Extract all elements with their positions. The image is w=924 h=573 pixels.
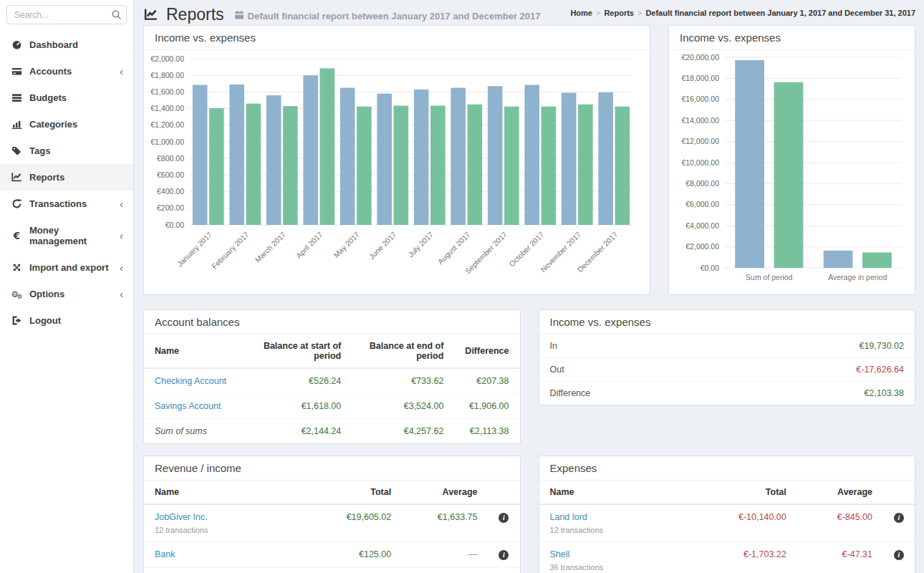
column-header: Difference bbox=[454, 334, 519, 368]
sidebar-item-label: Dashboard bbox=[29, 39, 78, 50]
panel-title: Account balances bbox=[144, 310, 520, 334]
sidebar-item-label: Import and export bbox=[29, 262, 109, 273]
info-icon[interactable]: i bbox=[894, 550, 904, 560]
entity-link[interactable]: Shell bbox=[550, 549, 570, 559]
sidebar-item-categories[interactable]: Categories bbox=[0, 111, 133, 138]
gears-icon: ⚙⚙ bbox=[11, 289, 22, 299]
sidebar-item-label: Transactions bbox=[29, 198, 87, 209]
sidebar-item-money-management[interactable]: €Money management‹ bbox=[0, 217, 133, 254]
sidebar-item-reports[interactable]: Reports bbox=[0, 164, 133, 191]
row-label: In bbox=[550, 341, 557, 351]
amount-cell: €-10,140.00 bbox=[707, 504, 797, 542]
amount-cell: €207.38 bbox=[454, 368, 519, 394]
breadcrumb-item-reports[interactable]: Reports bbox=[604, 9, 634, 17]
tasks-icon bbox=[11, 92, 22, 103]
svg-text:January 2017: January 2017 bbox=[175, 230, 214, 269]
sidebar-item-label: Logout bbox=[29, 315, 61, 326]
list-item-in: In€19,730.02 bbox=[539, 334, 915, 357]
column-header: Name bbox=[144, 334, 249, 368]
table-row: Bank€125.00—i bbox=[144, 542, 520, 568]
row-label: Out bbox=[550, 365, 564, 375]
info-icon[interactable]: i bbox=[894, 513, 904, 523]
sidebar-item-logout[interactable]: Logout bbox=[0, 307, 133, 334]
content-header: Reports Default financial report between… bbox=[135, 0, 924, 25]
page-title: Reports Default financial report between… bbox=[143, 0, 541, 26]
info-icon[interactable]: i bbox=[499, 513, 509, 523]
sidebar-item-budgets[interactable]: Budgets bbox=[0, 85, 133, 111]
chevron-left-icon: ‹ bbox=[120, 232, 123, 239]
svg-text:€1,000.00: €1,000.00 bbox=[150, 138, 184, 146]
chevron-left-icon: ‹ bbox=[120, 291, 123, 298]
sidebar-item-label: Options bbox=[29, 289, 64, 299]
svg-text:€8,000.00: €8,000.00 bbox=[685, 179, 719, 188]
column-header-empty bbox=[488, 481, 519, 504]
entity-link[interactable]: JobGiver Inc. bbox=[155, 512, 208, 522]
svg-text:July 2017: July 2017 bbox=[406, 230, 435, 259]
svg-text:Average in period: Average in period bbox=[828, 273, 887, 281]
transaction-count: 36 transactions bbox=[550, 563, 697, 572]
svg-text:€10,000.00: €10,000.00 bbox=[681, 158, 719, 167]
income-expenses-summary-chart: €0.00€2,000.00€4,000.00€6,000.00€8,000.0… bbox=[672, 53, 908, 288]
income-expenses-monthly-chart: €0.00€200.00€400.00€600.00€800.00€1,000.… bbox=[147, 53, 643, 288]
line-chart-icon bbox=[11, 172, 22, 183]
sidebar-item-accounts[interactable]: Accounts‹ bbox=[0, 58, 133, 85]
column-header: Name bbox=[539, 481, 708, 504]
account-balances-panel: Account balances NameBalance at start of… bbox=[143, 309, 521, 444]
search-input[interactable] bbox=[6, 5, 127, 24]
list-item-out: Out€-17,626.64 bbox=[539, 357, 915, 381]
row-value: €-17,626.64 bbox=[856, 365, 904, 375]
svg-text:€6,000.00: €6,000.00 bbox=[685, 200, 719, 208]
amount-cell: €3,524.00 bbox=[352, 394, 454, 419]
row-label: Difference bbox=[550, 388, 591, 398]
row-value: €2,103.38 bbox=[864, 388, 904, 398]
expenses-panel: Expenses NameTotalAverage Land lord12 tr… bbox=[539, 456, 916, 573]
column-header: Name bbox=[144, 481, 312, 504]
table-row: Shell36 transactions€-1,703.22€-47.31i bbox=[539, 542, 915, 573]
svg-text:€600.00: €600.00 bbox=[157, 170, 184, 179]
monthly-chart-panel: Income vs. expenses €0.00€200.00€400.00€… bbox=[143, 25, 650, 295]
svg-text:May 2017: May 2017 bbox=[332, 230, 361, 259]
info-icon[interactable]: i bbox=[499, 550, 509, 560]
amount-cell: €-1,703.22 bbox=[707, 542, 797, 573]
summary-chart-panel: Income vs. expenses €0.00€2,000.00€4,000… bbox=[668, 25, 915, 295]
breadcrumb-separator: > bbox=[592, 9, 604, 17]
panel-title: Expenses bbox=[539, 456, 915, 481]
svg-text:€18,000.00: €18,000.00 bbox=[681, 74, 719, 82]
page-subtitle-text: Default financial report between January… bbox=[248, 11, 541, 21]
account-link[interactable]: Savings Account bbox=[155, 401, 221, 411]
table-row: Savings Account€1,618.00€3,524.00€1,906.… bbox=[144, 394, 520, 419]
entity-link[interactable]: Land lord bbox=[550, 512, 587, 522]
svg-text:€0.00: €0.00 bbox=[701, 264, 719, 272]
breadcrumb-item-home[interactable]: Home bbox=[570, 9, 592, 17]
tags-icon bbox=[11, 145, 22, 156]
amount-cell: €1,906.00 bbox=[454, 394, 519, 419]
sidebar-item-tags[interactable]: Tags bbox=[0, 138, 133, 164]
sidebar-item-dashboard[interactable]: Dashboard bbox=[0, 32, 133, 58]
income-expenses-list: In€19,730.02Out€-17,626.64Difference€2,1… bbox=[539, 334, 915, 405]
sidebar-item-transactions[interactable]: Transactions‹ bbox=[0, 191, 133, 217]
table-row: Checking Account€526.24€733.62€207.38 bbox=[144, 368, 520, 394]
sidebar-nav: DashboardAccounts‹BudgetsCategoriesTagsR… bbox=[0, 32, 133, 334]
svg-text:Sum of period: Sum of period bbox=[746, 273, 793, 281]
sidebar-item-import-and-export[interactable]: Import and export‹ bbox=[0, 254, 133, 281]
amount-cell: €526.24 bbox=[249, 368, 352, 394]
chevron-left-icon: ‹ bbox=[120, 264, 123, 271]
search-icon[interactable] bbox=[111, 9, 122, 20]
table-row: Sum of sums€2,144.24€4,257.62€2,113.38 bbox=[144, 419, 520, 444]
account-link[interactable]: Checking Account bbox=[155, 376, 226, 386]
sidebar-item-options[interactable]: ⚙⚙Options‹ bbox=[0, 281, 133, 307]
svg-text:€4,000.00: €4,000.00 bbox=[685, 221, 719, 230]
revenue-panel: Revenue / income NameTotalAverage JobGiv… bbox=[143, 456, 521, 573]
amount-cell: €2,144.24 bbox=[249, 419, 352, 444]
entity-link[interactable]: Bank bbox=[155, 549, 175, 559]
amount-cell: €-845.00 bbox=[797, 504, 883, 542]
panel-title: Income vs. expenses bbox=[144, 26, 650, 50]
expenses-table: NameTotalAverage Land lord12 transaction… bbox=[539, 481, 915, 573]
column-header: Total bbox=[312, 481, 403, 504]
line-chart-icon bbox=[143, 0, 159, 26]
amount-cell: €125.00 bbox=[312, 542, 403, 568]
column-header: Average bbox=[797, 481, 883, 504]
breadcrumb-item-default-financial-report-betwe: Default financial report between January… bbox=[645, 9, 915, 17]
sign-out-icon bbox=[11, 315, 22, 326]
svg-text:€400.00: €400.00 bbox=[157, 187, 184, 196]
